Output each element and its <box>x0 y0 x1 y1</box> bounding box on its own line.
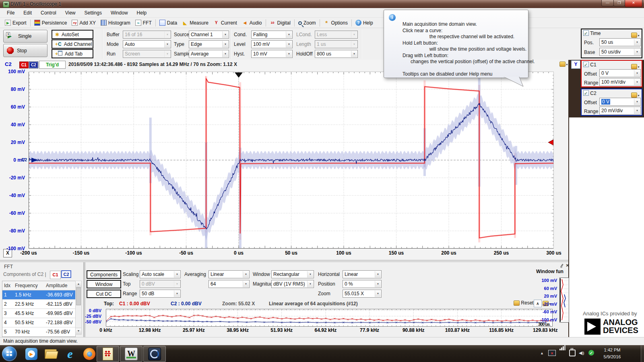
hyst-select[interactable]: 10 mV▼ <box>251 50 293 58</box>
time-position-select[interactable]: 50 us▼ <box>599 38 641 46</box>
menu-item-view[interactable]: View <box>61 9 80 17</box>
tray-power-icon[interactable] <box>569 350 576 356</box>
toolbar-persistence-button[interactable]: Persistence <box>32 19 70 27</box>
buffer-select[interactable]: 16 of 16▼ <box>123 31 171 39</box>
add-channel-button[interactable]: +C Add Channel <box>52 39 93 49</box>
c1-range-select[interactable]: 100 mV/div▼ <box>599 78 641 86</box>
toolbar-audio-button[interactable]: Audio <box>239 19 264 27</box>
fft-c1-chip[interactable]: C1 <box>50 271 61 279</box>
fft-window-button[interactable]: Window <box>87 280 121 288</box>
c2-offset-input[interactable]: 0 V▼ <box>599 98 641 106</box>
table-row[interactable]: 222.5 kHz-62.115 dBV <box>2 300 75 309</box>
toolbar-current-button[interactable]: Current <box>211 19 239 27</box>
c1-offset-select[interactable]: 0 V▼ <box>599 69 641 77</box>
source-select[interactable]: Channel 1▼ <box>189 31 229 39</box>
stop-button[interactable]: Stop <box>3 44 47 57</box>
averaging-select[interactable]: Linear▼ <box>208 270 250 278</box>
chevron-down-icon: ▼ <box>174 271 180 278</box>
fft-close-icon[interactable]: × <box>566 263 569 268</box>
lcond-select[interactable]: Less▼ <box>315 31 358 39</box>
scope-export-icon[interactable]: ▼ <box>559 61 568 67</box>
menu-item-edit[interactable]: Edit <box>19 9 36 17</box>
y-axis-button[interactable]: Y <box>571 60 580 69</box>
start-button[interactable] <box>2 346 17 361</box>
menu-item-help[interactable]: Help <box>132 9 151 17</box>
toolbar-zoom-button[interactable]: Zoom <box>296 19 318 27</box>
toolbar-export-button[interactable]: Export <box>2 19 29 27</box>
level-select[interactable]: 100 mV▼ <box>251 40 293 48</box>
cond-select[interactable]: Falling▼ <box>251 31 293 39</box>
fft-plot[interactable] <box>106 309 553 327</box>
scaling-select[interactable]: Auto scale▼ <box>140 270 181 278</box>
position-select[interactable]: 0 %▼ <box>343 280 382 288</box>
show-desktop-button[interactable] <box>641 346 644 362</box>
table-row[interactable]: 345.5 kHz-69.985 dBV <box>2 309 75 318</box>
taskbar-scope-app-icon[interactable] <box>143 346 166 362</box>
toolbar-options-button[interactable]: Options <box>321 19 350 27</box>
table-row[interactable]: 11.5 kHz-36.693 dBV <box>2 290 75 300</box>
autoset-button[interactable]: ✱ AutoSet <box>52 30 93 39</box>
fft-reset-button[interactable]: Reset <box>514 300 534 306</box>
length-select[interactable]: 1 us▼ <box>315 40 358 48</box>
y-tick-label: 40 mV <box>0 121 25 128</box>
scope-plot[interactable] <box>29 72 554 249</box>
scope-c1-button[interactable]: C1 <box>19 62 29 68</box>
menu-item-file[interactable]: File <box>2 9 19 17</box>
fft-c2-chip[interactable]: C2 <box>61 270 71 278</box>
holdoff-label: HoldOff <box>296 50 312 58</box>
type-select[interactable]: Edge▼ <box>189 40 229 48</box>
c2-channel-marker-label[interactable]: C2 <box>21 157 27 162</box>
time-checkbox[interactable] <box>583 30 589 36</box>
table-row[interactable]: 450.5 kHz-72.188 dBV <box>2 318 75 327</box>
tray-display-icon[interactable]: × <box>548 350 556 356</box>
fft-cutdc-button[interactable]: Cut DC <box>87 290 121 298</box>
maximize-button[interactable]: ❐ <box>613 0 625 6</box>
c2-checkbox[interactable] <box>583 90 589 96</box>
tray-volume-icon[interactable]: ◀)) <box>579 350 584 356</box>
tray-expand-icon[interactable]: ▲ <box>540 351 544 355</box>
top-select[interactable]: 0 dBV▼ <box>140 280 181 288</box>
toolbar-help-button[interactable]: Help <box>353 19 376 27</box>
single-button[interactable]: Single <box>3 30 47 43</box>
mode-select[interactable]: Auto▼ <box>123 40 171 48</box>
add-tab-button[interactable]: + Add Tab <box>52 49 93 58</box>
c2-range-select[interactable]: 20 mV/div▼ <box>599 107 641 115</box>
fft-x-tick-label: 64.92 kHz <box>308 327 344 333</box>
toolbar-add-xy-button[interactable]: Add XY <box>69 19 98 27</box>
toolbar-histogram-button[interactable]: Histogram <box>98 19 133 27</box>
menu-item-settings[interactable]: Settings <box>80 9 106 17</box>
zoom-select[interactable]: 55.015 X▼ <box>343 290 382 298</box>
averaging-count-select[interactable]: 64▼ <box>208 280 250 288</box>
buffer-label: Buffer <box>107 31 120 39</box>
minimize-button[interactable]: — <box>601 0 614 6</box>
run-select[interactable]: Screen▼ <box>123 50 171 58</box>
holdoff-select[interactable]: 800 us▼ <box>315 50 358 58</box>
toolbar-digital-button[interactable]: Digital <box>267 19 293 27</box>
toolbar-measure-button[interactable]: Measure <box>180 19 211 27</box>
table-row[interactable]: 570 kHz-75.56 dBV <box>2 327 75 337</box>
taskbar-clock[interactable]: 1:42 PM 5/9/2016 <box>595 347 630 360</box>
tooltip-line: Click near a curve: <box>402 28 526 34</box>
scope-c2-button[interactable]: C2 <box>29 62 38 68</box>
close-button[interactable]: ✕ <box>625 0 642 7</box>
horizontal-select[interactable]: Linear▼ <box>343 270 382 278</box>
taskbar-waveforms-icon[interactable]: W <box>120 346 142 362</box>
menu-item-control[interactable]: Control <box>36 9 61 17</box>
time-base-select[interactable]: 50 us/div▼ <box>599 48 641 56</box>
window-select[interactable]: Rectangular▼ <box>271 270 314 278</box>
tray-sync-icon[interactable]: ✓ <box>588 350 594 356</box>
toolbar-data-button[interactable]: Data <box>157 19 180 27</box>
fft-vertical-splitter[interactable] <box>83 262 86 337</box>
measure-icon <box>182 20 188 26</box>
toolbar-fft-button[interactable]: FFT <box>133 19 154 27</box>
taskbar-schematic-app-icon[interactable] <box>97 346 119 362</box>
pin-icon[interactable] <box>560 264 564 268</box>
magnitude-select[interactable]: dBV (1V RMS)▼ <box>271 280 314 288</box>
menu-item-window[interactable]: Window <box>106 9 132 17</box>
range-select[interactable]: 50 dB▼ <box>140 290 181 298</box>
c1-checkbox[interactable] <box>583 62 589 67</box>
table-cell: 1 <box>2 290 13 299</box>
add-tab-icon: + <box>55 51 62 57</box>
fft-components-button[interactable]: Components <box>87 270 121 279</box>
sample-select[interactable]: Average▼ <box>189 50 229 58</box>
